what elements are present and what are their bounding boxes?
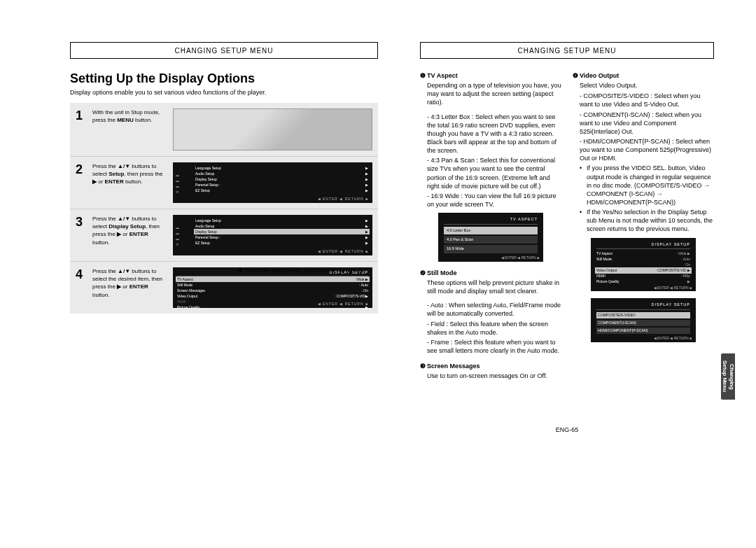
step-1: 1 With the unit in Stop mode, press the …: [70, 103, 378, 157]
opt-body: Depending on a type of television you ha…: [427, 81, 561, 106]
step-number: 3: [76, 215, 85, 255]
t: ENTER: [105, 178, 124, 185]
exit-note: ◀ To exit the setup menu, press the MENU…: [238, 267, 378, 274]
menu-item: HDMI: 480p: [596, 274, 690, 279]
opt-body: Use to turn on-screen messages On or Off…: [427, 372, 561, 380]
t: Display Setup: [108, 223, 146, 230]
tv-aspect-menu: TV ASPECT 4:3 Letter Box 4:3 Pan & Scan …: [438, 213, 543, 262]
menu-item: Parental Setup :▶: [195, 234, 368, 240]
t: , then press the: [124, 171, 162, 177]
menu-footer: ◀ ENTER ◀ RETURN ■: [501, 255, 539, 260]
step-desc: Press the ▲/▼ buttons to select Setup, t…: [92, 162, 166, 203]
step-number: 4: [76, 267, 85, 308]
menu-item: COMPONENT(I-SCAN): [596, 320, 690, 326]
side-tab: ChangingSetup Menu: [721, 353, 735, 400]
header-right: CHANGING SETUP MENU: [420, 42, 714, 59]
step-3: 3 Press the ▲/▼ buttons to select Displa…: [70, 209, 378, 262]
exit-text: To exit the setup menu, press the MENU b…: [244, 267, 363, 274]
menu-footer: ◀ ENTER ◀ RETURN ■: [318, 249, 368, 253]
step-desc: Press the ▲/▼ buttons to select the desi…: [92, 267, 166, 308]
column-right: ❹Video Output Select Video Output. - COM…: [573, 71, 714, 386]
sub-item: - 4:3 Letter Box : Select when you want …: [427, 113, 561, 155]
menu-item: Language Setup▶: [195, 218, 368, 223]
t: Setup: [108, 171, 124, 177]
menu-item: 4:3 Pan & Scan: [444, 236, 538, 244]
menu-title: TV ASPECT: [444, 217, 538, 224]
menu-item: Still Mode: Auto: [177, 282, 368, 288]
opt-head: Video Output: [580, 72, 619, 79]
t: ▲/▼: [118, 268, 130, 274]
t: or: [121, 231, 130, 237]
opt-head: Screen Messages: [427, 363, 480, 370]
menu-item-selected: Video Output: COMPOSIT/S-VID ▶: [595, 267, 692, 274]
menu-item-selected: 4:3 Letter Box: [444, 227, 538, 234]
t: or: [97, 178, 105, 185]
sub-item: - Auto : When selecting Auto, Field/Fram…: [427, 301, 561, 318]
opt-num: ❹: [573, 71, 578, 80]
menu-item: EZ Setup▶: [195, 240, 368, 246]
menu-item: Audio Setup▶: [195, 171, 368, 176]
t: button.: [92, 239, 109, 246]
t: ▲/▼: [118, 163, 130, 169]
video-output-menu: DISPLAY SETUP COMPOSITE/S-VIDEO COMPONEN…: [591, 298, 696, 342]
t: Press the: [92, 216, 118, 222]
steps-panel: 1 With the unit in Stop mode, press the …: [70, 103, 378, 314]
menu-left-icons: ▬▬▬⚙: [176, 172, 179, 195]
menu-screenshot: ▬▬▬⚙ Language Setup▶ Audio Setup▶ Displa…: [173, 215, 372, 255]
t: or: [121, 283, 130, 290]
page-title: Setting Up the Display Options: [70, 71, 378, 86]
menu-footer: ◀ ENTER ◀ RETURN ■: [318, 197, 368, 201]
opt-num: ❷: [420, 269, 426, 277]
opt-body: Select Video Output.: [580, 81, 714, 90]
opt-num: ❶: [420, 71, 426, 80]
menu-item: 16:9 Wide: [444, 245, 538, 253]
menu-screenshot: ▬▬▬⚙ Language Setup▶ Audio Setup▶ Displa…: [173, 162, 372, 203]
sidetab-line: Changing: [729, 364, 735, 390]
menu-item: : On: [596, 262, 690, 267]
sub-item: - HDMI/COMPONENT(P-SCAN) : Select when y…: [580, 137, 714, 162]
arrow-icon: ◀: [238, 267, 241, 274]
page-left: CHANGING SETUP MENU Setting Up the Displ…: [70, 42, 378, 386]
menu-item: Screen Messages: On: [177, 288, 368, 293]
sub-item: - COMPONENT(I-SCAN) : Select when you wa…: [580, 111, 714, 136]
header-left: CHANGING SETUP MENU: [70, 42, 378, 59]
sub-item: - COMPOSITE/S-VIDEO : Select when you wa…: [580, 92, 714, 108]
menu-item: Picture Quality▶: [596, 279, 690, 285]
menu-item: Still Mode: Auto: [596, 257, 690, 262]
step-number: 2: [76, 162, 85, 203]
menu-item: Parental Setup :▶: [195, 182, 368, 188]
menu-item: Audio Setup▶: [195, 223, 368, 229]
remote-illustration: [173, 108, 372, 150]
intro-text: Display options enable you to set variou…: [70, 89, 378, 96]
opt-head: TV Aspect: [427, 72, 458, 79]
menu-item: EZ Setup▶: [195, 188, 368, 193]
menu-footer: ◀ ENTER ◀ RETURN ■: [654, 336, 692, 341]
column-left: ❶TV Aspect Depending on a type of televi…: [420, 71, 561, 386]
menu-footer: ◀ ENTER ◀ RETURN ■: [654, 286, 692, 290]
menu-item-selected: COMPOSITE/S-VIDEO: [596, 312, 690, 318]
menu-item-selected: TV Aspect: Wide ▶: [176, 276, 370, 282]
opt-num: ❸: [420, 362, 426, 370]
opt-body: These options will help prevent picture …: [427, 279, 561, 295]
t: button.: [92, 292, 109, 298]
menu-item: Language Setup▶: [195, 165, 368, 171]
t: Press the: [92, 268, 118, 274]
step-number: 1: [76, 108, 85, 150]
t: MENU: [117, 117, 134, 123]
menu-item: Video Output: COMPOSIT/S-VID▶: [177, 293, 368, 299]
sub-item: - 4:3 Pan & Scan : Select this for conve…: [427, 156, 561, 190]
menu-item: Display Setup▶: [195, 176, 368, 182]
display-setup-menu: DISPLAY SETUP TV Aspect: Wide ▶ Still Mo…: [591, 238, 696, 292]
t: Press the: [92, 163, 118, 169]
page-right: CHANGING SETUP MENU ❶TV Aspect Depending…: [420, 42, 714, 386]
t: button.: [124, 178, 143, 185]
t: ENTER: [130, 283, 148, 290]
sub-item: - 16:9 Wide : You can view the full 16:9…: [427, 192, 561, 209]
t: ▲/▼: [118, 216, 130, 222]
step-desc: Press the ▲/▼ buttons to select Display …: [92, 215, 166, 255]
t: ENTER: [130, 231, 148, 237]
sidetab-line: Setup Menu: [722, 360, 728, 392]
sub-item: - Field : Select this feature when the s…: [427, 320, 561, 337]
menu-item: TV Aspect: Wide ▶: [596, 251, 690, 257]
page-number: ENG-65: [420, 426, 714, 433]
